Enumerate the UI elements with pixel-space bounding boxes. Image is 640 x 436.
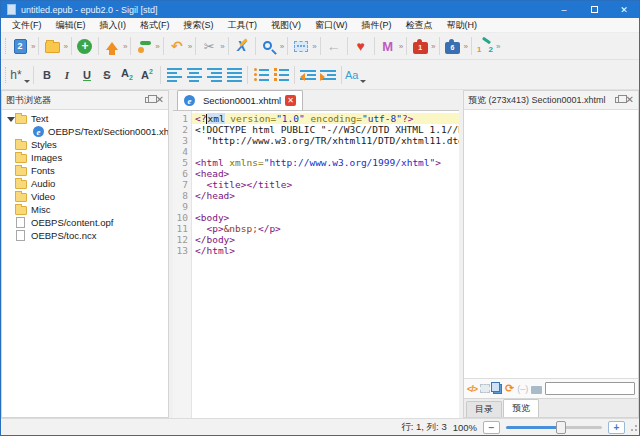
special-characters-button[interactable] bbox=[291, 35, 311, 57]
window-title: untitled.epub - epub2.0 - Sigil [std] bbox=[21, 5, 158, 15]
toolbar-grip[interactable] bbox=[5, 67, 8, 83]
zoom-slider[interactable] bbox=[506, 421, 602, 434]
open-button[interactable] bbox=[42, 35, 62, 57]
preview-search-input[interactable] bbox=[545, 382, 635, 395]
tree-item-images[interactable]: Images bbox=[2, 151, 168, 164]
find-overflow-chevron[interactable]: » bbox=[279, 42, 284, 51]
tree-item-styles[interactable]: Styles bbox=[2, 138, 168, 151]
heading-select-button[interactable]: h* bbox=[10, 64, 30, 86]
menu-item-6[interactable]: 视图(V) bbox=[264, 18, 308, 33]
book-browser-title: 图书浏览器 bbox=[6, 94, 51, 107]
preview-tab-inactive[interactable]: 目录 bbox=[466, 401, 502, 417]
close-panel-icon[interactable]: ✕ bbox=[626, 95, 634, 105]
refresh-icon[interactable]: ⟳ bbox=[505, 383, 514, 394]
new-overflow-chevron[interactable]: » bbox=[30, 42, 35, 51]
superscript-button[interactable]: A2 bbox=[137, 64, 157, 86]
bold-button[interactable]: B bbox=[37, 64, 57, 86]
tree-item-misc[interactable]: Misc bbox=[2, 203, 168, 216]
indent-button[interactable] bbox=[318, 64, 338, 86]
tree-item-oebps-text-section0001-xhtml[interactable]: eOEBPS/Text/Section0001.xhtml bbox=[2, 125, 168, 138]
mend-button[interactable] bbox=[134, 35, 154, 57]
open-overflow-chevron[interactable]: » bbox=[62, 42, 67, 51]
metadata-button[interactable]: M bbox=[378, 35, 398, 57]
code-line-4 bbox=[192, 146, 459, 157]
float-panel-icon[interactable] bbox=[145, 97, 152, 103]
menu-item-0[interactable]: 文件(F) bbox=[5, 18, 49, 33]
open-folder-icon bbox=[45, 42, 60, 53]
link-icon[interactable]: (–) bbox=[517, 384, 528, 394]
outdent-icon bbox=[300, 70, 316, 80]
tree-item-oebps-content-opf[interactable]: OEBPS/content.opf bbox=[2, 216, 168, 229]
tree-item-audio[interactable]: Audio bbox=[2, 177, 168, 190]
menu-item-2[interactable]: 插入(I) bbox=[93, 18, 134, 33]
menu-item-9[interactable]: 检查点 bbox=[399, 18, 440, 33]
preview-tab-active[interactable]: 预览 bbox=[503, 399, 539, 417]
bullet-list-button[interactable] bbox=[251, 64, 271, 86]
new-epub-button[interactable]: 2 bbox=[10, 35, 30, 57]
resize-grip[interactable] bbox=[629, 425, 637, 433]
zoom-slider-handle[interactable] bbox=[556, 421, 566, 434]
copy-icon[interactable] bbox=[493, 384, 502, 394]
undo-icon: ↶ bbox=[171, 39, 183, 53]
menu-item-10[interactable]: 帮助(H) bbox=[440, 18, 485, 33]
menu-item-8[interactable]: 插件(P) bbox=[355, 18, 399, 33]
menu-item-1[interactable]: 编辑(E) bbox=[49, 18, 93, 33]
find-button[interactable] bbox=[259, 35, 279, 57]
donate-button[interactable]: ♥ bbox=[351, 35, 371, 57]
plugin1-overflow-chevron[interactable]: » bbox=[430, 42, 435, 51]
align-justify-button[interactable] bbox=[224, 64, 244, 86]
float-panel-icon[interactable] bbox=[615, 97, 622, 103]
menu-item-4[interactable]: 搜索(S) bbox=[177, 18, 221, 33]
undo-button[interactable]: ↶ bbox=[167, 35, 187, 57]
save-overflow-chevron[interactable]: » bbox=[122, 42, 127, 51]
expander-icon[interactable] bbox=[7, 117, 15, 122]
print-icon[interactable] bbox=[531, 386, 542, 394]
italic-button[interactable]: I bbox=[57, 64, 77, 86]
numbered-list-button[interactable] bbox=[271, 64, 291, 86]
menu-item-7[interactable]: 窗口(W) bbox=[308, 18, 355, 33]
zoom-out-button[interactable]: − bbox=[483, 421, 500, 434]
back-button[interactable]: ← bbox=[324, 35, 344, 57]
x-tool-button[interactable]: X bbox=[232, 35, 252, 57]
zoom-in-button[interactable]: + bbox=[608, 421, 625, 434]
maximize-button[interactable] bbox=[579, 1, 609, 18]
align-left-button[interactable] bbox=[164, 64, 184, 86]
add-existing-button[interactable]: + bbox=[75, 35, 95, 57]
undo-overflow-chevron[interactable]: » bbox=[187, 42, 192, 51]
cut-overflow-chevron[interactable]: » bbox=[219, 42, 224, 51]
subscript-button[interactable]: A2 bbox=[117, 64, 137, 86]
plugin-1-button[interactable]: 1 bbox=[410, 35, 430, 57]
tree-item-video[interactable]: Video bbox=[2, 190, 168, 203]
tab-close-icon[interactable]: ✕ bbox=[285, 95, 296, 106]
plugin-manager-button[interactable]: 1 2 bbox=[475, 35, 495, 57]
align-center-button[interactable] bbox=[184, 64, 204, 86]
tab-section0001[interactable]: e Section0001.xhtml ✕ bbox=[177, 90, 303, 110]
cut-button[interactable]: ✂ bbox=[199, 35, 219, 57]
mend-overflow-chevron[interactable]: » bbox=[154, 42, 159, 51]
preview-viewport[interactable] bbox=[464, 110, 638, 378]
preview-title: 预览 (273x413) Section0001.xhtml bbox=[468, 94, 606, 107]
metadata-overflow-chevron[interactable]: » bbox=[398, 42, 403, 51]
outdent-button[interactable] bbox=[298, 64, 318, 86]
close-button[interactable]: ✕ bbox=[609, 1, 639, 18]
align-right-button[interactable] bbox=[204, 64, 224, 86]
menu-item-3[interactable]: 格式(F) bbox=[133, 18, 177, 33]
save-button[interactable] bbox=[102, 35, 122, 57]
menu-item-5[interactable]: 工具(T) bbox=[221, 18, 265, 33]
close-panel-icon[interactable]: ✕ bbox=[156, 95, 164, 105]
tree-item-fonts[interactable]: Fonts bbox=[2, 164, 168, 177]
strikethrough-button[interactable]: S bbox=[97, 64, 117, 86]
code-view[interactable]: 12345678910111213 <?xml version="1.0" en… bbox=[173, 111, 459, 418]
pluginmgr-overflow-chevron[interactable]: » bbox=[495, 42, 500, 51]
select-mode-icon[interactable] bbox=[480, 384, 490, 393]
toolbar-grip[interactable] bbox=[5, 38, 8, 54]
tree-item-text[interactable]: Text bbox=[2, 112, 168, 125]
change-case-button[interactable]: Aa bbox=[345, 64, 366, 86]
underline-button[interactable]: U bbox=[77, 64, 97, 86]
inspect-code-icon[interactable]: </> bbox=[467, 384, 477, 394]
minimize-button[interactable]: – bbox=[549, 1, 579, 18]
special-overflow-chevron[interactable]: » bbox=[311, 42, 316, 51]
plugin-6-button[interactable]: 6 bbox=[443, 35, 463, 57]
plugin6-overflow-chevron[interactable]: » bbox=[463, 42, 468, 51]
tree-item-oebps-toc-ncx[interactable]: OEBPS/toc.ncx bbox=[2, 229, 168, 242]
